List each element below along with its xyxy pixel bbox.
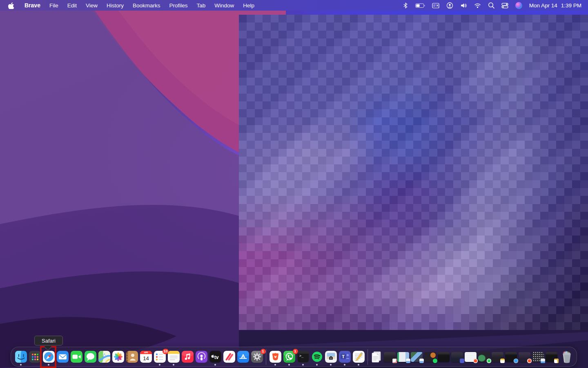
dock-app-facetime[interactable] (71, 351, 82, 363)
terminal-app-icon: >_ (297, 351, 309, 363)
spotify-app-icon (311, 351, 323, 363)
dock-app-safari[interactable] (43, 351, 55, 363)
news-app-icon (223, 351, 235, 363)
photos-app-icon (112, 351, 124, 363)
menu-bar-left: Brave FileEditViewHistoryBookmarksProfil… (0, 2, 259, 9)
volume-icon[interactable] (460, 2, 467, 9)
dock-app-launchpad[interactable] (29, 351, 41, 363)
menu-edit[interactable]: Edit (63, 2, 81, 9)
menu-window[interactable]: Window (210, 2, 238, 9)
menu-tab[interactable]: Tab (192, 2, 210, 9)
input-source-icon[interactable] (432, 2, 439, 9)
user-switch-icon[interactable] (446, 2, 453, 9)
svg-text:>_: >_ (299, 354, 304, 358)
desktop: Brave FileEditViewHistoryBookmarksProfil… (0, 0, 588, 368)
control-center-icon[interactable] (501, 2, 508, 9)
menu-bookmarks[interactable]: Bookmarks (128, 2, 165, 9)
dock-app-mail[interactable] (57, 351, 69, 363)
dock-app-microsoft-teams[interactable]: T (339, 351, 351, 363)
finder-app-icon (15, 351, 27, 363)
running-indicator (159, 364, 160, 366)
dock-minimized-window-notes[interactable] (492, 352, 503, 362)
podcasts-app-icon (196, 351, 207, 363)
notification-badge: 1 (261, 349, 266, 354)
running-indicator (330, 364, 332, 366)
running-indicator (302, 364, 304, 366)
dock-minimized-window-window[interactable] (411, 352, 423, 362)
dock-app-news[interactable] (223, 351, 235, 363)
dock-app-system-settings[interactable]: 1 (251, 351, 263, 363)
dock-minimized-window-safari[interactable] (505, 352, 517, 362)
notes-app-icon (168, 351, 180, 363)
mail-app-icon (57, 351, 69, 363)
spotify-mini-badge (433, 359, 437, 363)
safari-tooltip: Safari (34, 336, 63, 346)
notes-mini-badge (500, 359, 505, 363)
dock-app-tv[interactable]: tv (209, 351, 221, 363)
dock-minimized-window-whatsapp[interactable] (478, 352, 490, 362)
teams-mini-badge (460, 359, 464, 363)
menu-view[interactable]: View (81, 2, 102, 9)
dock-app-whatsapp[interactable]: 1 (283, 351, 295, 363)
menu-profiles[interactable]: Profiles (165, 2, 192, 9)
dock-trash[interactable] (561, 350, 573, 364)
menu-bar-status: Mon Apr 14 1:39 PM (403, 2, 588, 9)
dock-minimized-window-spotify[interactable] (424, 352, 436, 362)
dock-minimized-window-keyboard[interactable] (532, 352, 544, 362)
dock-minimized-window-brave[interactable] (465, 352, 477, 362)
dock-app-messages[interactable] (85, 351, 96, 363)
dock-app-textedit[interactable] (353, 351, 365, 363)
dock-minimized-document-stack[interactable] (371, 351, 382, 363)
active-app-menu[interactable]: Brave (20, 2, 45, 9)
apple-menu[interactable] (8, 2, 20, 9)
dock-minimized-window-textedit[interactable] (546, 352, 557, 362)
dock-app-podcasts[interactable] (196, 351, 207, 363)
menu-file[interactable]: File (45, 2, 63, 9)
menu-history[interactable]: History (102, 2, 128, 9)
running-indicator (288, 364, 290, 366)
bluetooth-icon[interactable] (403, 2, 408, 9)
dock-minimized-window-brave[interactable] (519, 352, 530, 362)
spotlight-icon[interactable] (488, 2, 494, 9)
wifi-icon[interactable] (474, 2, 481, 9)
dock-minimized-window-none[interactable] (438, 352, 450, 362)
contacts-app-icon (126, 351, 138, 363)
dock-app-maps[interactable] (98, 351, 110, 363)
clock-date: Mon Apr 14 (529, 2, 557, 9)
dock-divider (368, 349, 368, 365)
clock-time: 1:39 PM (561, 2, 581, 9)
blurred-window[interactable] (239, 15, 588, 330)
dock-app-finder[interactable] (15, 351, 27, 363)
trash-full-icon (561, 350, 573, 364)
dock-app-spotify[interactable] (311, 351, 323, 363)
dock-app-app-store[interactable] (237, 351, 249, 363)
dock-app-contacts[interactable] (126, 351, 138, 363)
dock-app-notes[interactable] (168, 351, 180, 363)
brave-mini-badge (473, 359, 478, 363)
dock-app-screenshot-utility[interactable] (325, 351, 337, 363)
music-app-icon (182, 351, 194, 363)
dock: APR1410tv11>_T (11, 347, 577, 367)
running-indicator (344, 364, 345, 366)
dock-app-terminal[interactable]: >_ (297, 351, 309, 363)
dock-minimized-window-teams[interactable] (451, 352, 463, 362)
maps-app-icon (98, 351, 110, 363)
brave-mini-badge (527, 359, 532, 363)
menu-bar-clock[interactable]: Mon Apr 14 1:39 PM (529, 2, 581, 9)
dock-minimized-window-window[interactable] (397, 352, 409, 362)
siri-icon[interactable] (515, 2, 522, 9)
running-indicator (358, 364, 359, 366)
dock-app-reminders[interactable]: 10 (154, 351, 166, 363)
apple-icon (8, 2, 14, 9)
dock-app-music[interactable] (182, 351, 194, 363)
dock-app-calendar[interactable]: APR14 (140, 351, 152, 363)
dock-app-photos[interactable] (112, 351, 124, 363)
dock-minimized-window-reminders[interactable] (384, 352, 396, 362)
appstore-app-icon (237, 351, 249, 363)
running-indicator (173, 364, 174, 366)
textedit-mini-badge (554, 359, 559, 363)
menu-help[interactable]: Help (238, 2, 259, 9)
window-mini-badge (419, 359, 424, 363)
dock-app-brave[interactable] (270, 351, 281, 363)
battery-icon[interactable] (415, 2, 425, 9)
